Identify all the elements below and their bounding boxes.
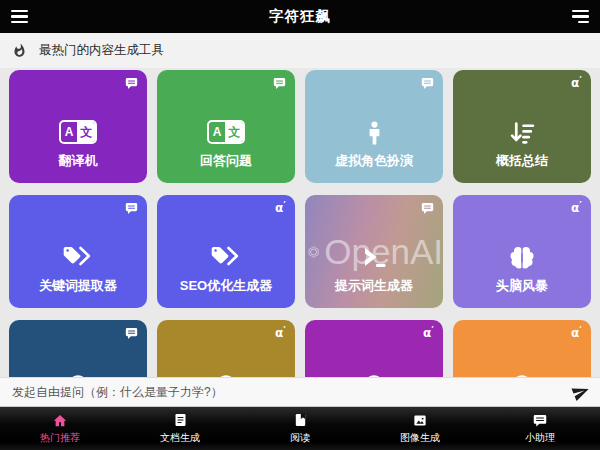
tab-bar: 热门推荐 文档生成 阅读 图像生成 小助理 xyxy=(0,407,600,450)
alpha-badge-icon: α’ xyxy=(275,201,286,215)
tool-card-partial-2[interactable]: α’ xyxy=(157,320,295,377)
document-icon xyxy=(173,412,188,428)
alpha-badge-icon: α’ xyxy=(571,76,582,90)
tool-card-label: SEO优化生成器 xyxy=(157,277,295,295)
free-question-input[interactable] xyxy=(10,384,570,400)
section-header: 最热门的内容生成工具 xyxy=(0,33,600,68)
tool-card-keyword-extractor[interactable]: 关键词提取器 xyxy=(9,195,147,308)
translate-icon: A 文 xyxy=(207,120,246,144)
book-icon xyxy=(293,412,308,428)
alpha-badge-icon: α’ xyxy=(571,201,582,215)
page-title: 字符狂飙 xyxy=(269,7,331,26)
chat-badge-icon xyxy=(125,202,138,215)
alpha-badge-icon: α’ xyxy=(423,326,434,340)
app-header: 字符狂飙 xyxy=(0,0,600,33)
translate-icon: A 文 xyxy=(59,120,98,144)
terminal-prompt-icon xyxy=(359,245,389,270)
fire-icon xyxy=(12,42,27,59)
alpha-badge-icon: α’ xyxy=(275,326,286,340)
tab-reading[interactable]: 阅读 xyxy=(240,407,360,450)
tab-docs[interactable]: 文档生成 xyxy=(120,407,240,450)
tool-card-label: 头脑风暴 xyxy=(453,277,591,295)
section-title: 最热门的内容生成工具 xyxy=(39,42,164,59)
chat-badge-icon xyxy=(125,77,138,90)
tool-card-label: 概括总结 xyxy=(453,152,591,170)
app-screen: 字符狂飙 最热门的内容生成工具 A 文翻译机 A 文回答问题 虚拟角色扮演α’ … xyxy=(0,0,600,450)
brain-icon xyxy=(508,245,536,271)
tab-image-gen[interactable]: 图像生成 xyxy=(360,407,480,450)
alpha-badge-icon: α’ xyxy=(571,326,582,340)
tab-hot[interactable]: 热门推荐 xyxy=(0,407,120,450)
tool-card-label: 翻译机 xyxy=(9,152,147,170)
hamburger-menu-icon xyxy=(11,10,28,23)
chat-badge-icon xyxy=(273,77,286,90)
assistant-chat-icon xyxy=(532,413,548,428)
tool-card-label: 回答问题 xyxy=(157,152,295,170)
tool-card-partial-3[interactable]: α’ xyxy=(305,320,443,377)
composer-bar xyxy=(0,377,600,407)
tab-label: 文档生成 xyxy=(160,431,200,445)
tags-icon xyxy=(63,245,93,270)
home-icon xyxy=(52,413,68,428)
tool-grid: A 文翻译机 A 文回答问题 虚拟角色扮演α’ 概括总结 关键词提取器α’ SE… xyxy=(0,68,600,377)
chat-badge-icon xyxy=(421,202,434,215)
tab-label: 小助理 xyxy=(525,431,555,445)
notes-menu-button[interactable] xyxy=(560,0,600,33)
hamburger-menu-button[interactable] xyxy=(0,0,40,33)
send-plane-icon xyxy=(569,380,592,403)
chat-badge-icon xyxy=(125,327,138,340)
tool-card-label: 提示词生成器 xyxy=(305,277,443,295)
tool-card-label: 关键词提取器 xyxy=(9,277,147,295)
tab-label: 热门推荐 xyxy=(40,431,80,445)
summarize-icon xyxy=(509,120,536,146)
tool-card-prompt-generator[interactable]: OpenAI 提示词生成器 xyxy=(305,195,443,308)
tool-grid-viewport: A 文翻译机 A 文回答问题 虚拟角色扮演α’ 概括总结 关键词提取器α’ SE… xyxy=(0,68,600,377)
send-button[interactable] xyxy=(570,381,592,403)
tab-label: 阅读 xyxy=(290,431,310,445)
tool-card-seo-generator[interactable]: α’ SEO优化生成器 xyxy=(157,195,295,308)
tool-card-roleplay[interactable]: 虚拟角色扮演 xyxy=(305,70,443,183)
tool-card-label: 虚拟角色扮演 xyxy=(305,152,443,170)
person-icon xyxy=(362,120,387,147)
tab-label: 图像生成 xyxy=(400,431,440,445)
tool-card-summarize[interactable]: α’ 概括总结 xyxy=(453,70,591,183)
tool-card-translator[interactable]: A 文翻译机 xyxy=(9,70,147,183)
tags-icon xyxy=(211,245,241,270)
tab-assistant[interactable]: 小助理 xyxy=(480,407,600,450)
tool-card-answer-questions[interactable]: A 文回答问题 xyxy=(157,70,295,183)
notes-list-icon xyxy=(572,10,589,23)
tool-card-partial-1[interactable] xyxy=(9,320,147,377)
tool-card-brainstorm[interactable]: α’ 头脑风暴 xyxy=(453,195,591,308)
image-icon xyxy=(412,413,428,428)
chat-badge-icon xyxy=(421,77,434,90)
tool-card-partial-4[interactable]: α’ xyxy=(453,320,591,377)
